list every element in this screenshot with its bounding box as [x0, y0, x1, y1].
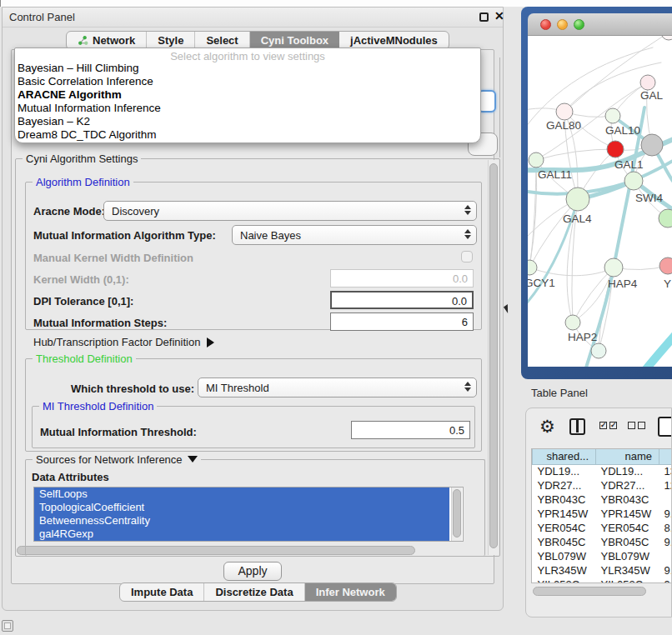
float-window-icon[interactable]: [479, 12, 489, 22]
algorithm-option[interactable]: ARACNE Algorithm: [15, 88, 480, 102]
table-cell: 9.: [659, 507, 672, 521]
algorithm-option[interactable]: Mutual Information Inference: [15, 102, 480, 115]
algorithm-option[interactable]: Dream8 DC_TDC Algorithm: [15, 128, 480, 142]
network-graph: GALGAL80GAL10GAL1GAL11SWI4GAL4GCY1HAP4YH…: [528, 36, 672, 367]
kernel-width-field[interactable]: 0.0: [330, 269, 474, 288]
bottom-tab-impute-data[interactable]: Impute Data: [120, 583, 204, 601]
network-window-titlebar[interactable]: [528, 13, 672, 36]
settings-vertical-scrollbar[interactable]: [488, 160, 499, 555]
bottom-tab-label: Impute Data: [131, 586, 193, 598]
node-label: GAL: [640, 89, 664, 102]
network-node-gal80[interactable]: [556, 103, 573, 120]
data-attributes-label: Data Attributes: [32, 471, 109, 483]
minimized-panel-icon[interactable]: [2, 620, 13, 632]
table-panel: ⚙ ✓✓ shared...nameA YDL19...YDL19...13YD…: [525, 408, 672, 618]
table-cell: YBR043C: [596, 492, 659, 507]
table-hscroll-thumb[interactable]: [533, 587, 646, 596]
checked-pair-icon[interactable]: ✓✓: [599, 422, 617, 429]
table-cell: YPR145W: [533, 507, 596, 521]
bottom-tabs: Impute DataDiscretize DataInfer Network: [119, 582, 397, 602]
dpi-tolerance-field[interactable]: 0.0: [330, 291, 474, 309]
attributes-scrollbar[interactable]: [451, 488, 462, 541]
column-header[interactable]: A: [659, 449, 672, 464]
settings-vscroll-thumb[interactable]: [489, 163, 498, 548]
tab-cyni-toolbox[interactable]: Cyni Toolbox: [250, 32, 339, 49]
table-cell: YIL052C: [596, 578, 659, 583]
node-label: HAP4: [608, 278, 638, 290]
gear-icon[interactable]: ⚙: [539, 417, 555, 437]
network-node-hap4[interactable]: [604, 258, 623, 277]
tab-network[interactable]: Network: [67, 32, 147, 49]
table-header[interactable]: shared...nameA: [533, 449, 672, 464]
combo-arrows-icon: [464, 229, 471, 239]
network-node[interactable]: [659, 209, 672, 228]
minimize-traffic-light-icon[interactable]: [557, 19, 568, 30]
table-row[interactable]: YER054CYER054C8.: [533, 521, 672, 535]
tab-style[interactable]: Style: [147, 32, 195, 49]
columns-icon[interactable]: [569, 418, 585, 435]
attributes-scroll-thumb[interactable]: [453, 489, 461, 538]
table-row[interactable]: YBL079WYBL079W: [533, 549, 672, 563]
algorithm-list: Bayesian – Hill ClimbingBasic Correlatio…: [15, 62, 480, 142]
mi-threshold-group-title: MI Threshold Definition: [39, 400, 157, 412]
network-icon: [78, 35, 88, 46]
network-node-gcy1[interactable]: [528, 260, 537, 275]
network-node-y[interactable]: [659, 258, 672, 274]
tab-jactivemnodules[interactable]: jActiveMNodules: [339, 32, 449, 49]
algorithm-option[interactable]: Bayesian – K2: [15, 115, 480, 128]
network-canvas[interactable]: GALGAL80GAL10GAL1GAL11SWI4GAL4GCY1HAP4YH…: [528, 36, 672, 367]
network-node-gal1[interactable]: [607, 141, 624, 158]
data-attributes-list[interactable]: SelfLoopsTopologicalCoefficientBetweenne…: [33, 487, 464, 542]
apply-button[interactable]: Apply: [223, 562, 282, 581]
close-traffic-light-icon[interactable]: [540, 19, 551, 30]
attribute-item-selected[interactable]: SelfLoops: [34, 488, 449, 501]
mi-steps-field[interactable]: 6: [330, 312, 474, 331]
tab-select[interactable]: Select: [195, 32, 249, 49]
table-row[interactable]: YBR045CYBR045C9.: [533, 535, 672, 549]
zoom-traffic-light-icon[interactable]: [574, 19, 584, 30]
table-row[interactable]: YDR27...YDR27...12: [533, 478, 672, 492]
aracne-mode-select[interactable]: Discovery: [103, 201, 477, 221]
table-body[interactable]: YDL19...YDL19...13YDR27...YDR27...12YBR0…: [533, 464, 672, 583]
tab-label: Style: [158, 34, 183, 47]
table-row[interactable]: YPR145WYPR145W9.: [533, 507, 672, 521]
network-node-gal10[interactable]: [605, 108, 620, 123]
network-node-hap2[interactable]: [565, 315, 580, 330]
column-header[interactable]: shared...: [533, 449, 596, 464]
network-node-gal11[interactable]: [529, 152, 544, 168]
close-icon[interactable]: ✕: [494, 9, 504, 22]
attribute-item-selected[interactable]: BetweennessCentrality: [34, 514, 449, 528]
mi-type-select[interactable]: Naive Bayes: [232, 225, 477, 245]
table-row[interactable]: YBR043CYBR043C: [533, 492, 672, 507]
table-cell: YER054C: [533, 521, 596, 535]
network-node[interactable]: [661, 36, 672, 40]
table-row[interactable]: YDL19...YDL19...13: [533, 464, 672, 478]
network-node-swi4[interactable]: [624, 172, 643, 190]
hub-definition-toggle[interactable]: Hub/Transcription Factor Definition: [33, 336, 214, 348]
unchecked-pair-icon[interactable]: [628, 422, 645, 429]
page-icon[interactable]: [658, 417, 672, 437]
network-node[interactable]: [641, 134, 663, 156]
hidden-group-border: [499, 58, 500, 158]
algorithm-option[interactable]: Bayesian – Hill Climbing: [15, 62, 480, 75]
network-node-gal4[interactable]: [566, 188, 589, 211]
threshold-definition-title: Threshold Definition: [33, 352, 136, 365]
manual-kernel-checkbox[interactable]: [461, 251, 473, 262]
network-node[interactable]: [591, 343, 606, 358]
node-table[interactable]: shared...nameA YDL19...YDL19...13YDR27..…: [531, 448, 672, 583]
table-row[interactable]: YIL052CYIL052C9: [533, 578, 672, 583]
expanded-arrow-icon: [188, 456, 198, 462]
bottom-tab-infer-network[interactable]: Infer Network: [305, 583, 396, 601]
algorithm-option[interactable]: Basic Correlation Inference: [15, 75, 480, 88]
column-header[interactable]: name: [596, 449, 659, 464]
mi-threshold-field[interactable]: 0.5: [351, 421, 470, 439]
table-cell: YBL079W: [533, 549, 596, 563]
attribute-item-selected[interactable]: TopologicalCoefficient: [34, 501, 449, 514]
table-row[interactable]: YLR345WYLR345W9.: [533, 563, 672, 578]
network-node-gal[interactable]: [640, 75, 655, 90]
attribute-item-selected[interactable]: gal4RGexp: [34, 528, 449, 541]
top-strip: [0, 0, 672, 7]
bottom-tab-discretize-data[interactable]: Discretize Data: [204, 583, 304, 601]
table-cell: YBR045C: [533, 535, 596, 549]
which-threshold-select[interactable]: MI Threshold: [198, 378, 477, 398]
